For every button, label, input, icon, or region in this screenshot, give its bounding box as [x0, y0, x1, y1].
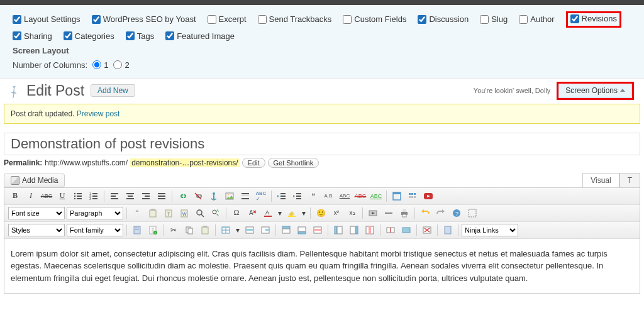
columns-1[interactable]: 1	[92, 60, 108, 70]
cite-button[interactable]	[130, 224, 144, 236]
hr-button[interactable]	[382, 207, 396, 219]
special-char-button[interactable]: Ω	[230, 207, 243, 219]
visual-tab[interactable]: Visual	[582, 173, 619, 187]
abbr-button[interactable]: A.B.	[322, 190, 336, 202]
delete-col-button[interactable]	[363, 224, 377, 236]
bold-button[interactable]: B	[8, 190, 22, 202]
styles-select[interactable]: Styles	[8, 224, 65, 236]
link-button[interactable]	[175, 190, 189, 202]
text-color-picker-button[interactable]: ▾	[277, 207, 283, 219]
code-button[interactable]	[441, 224, 455, 236]
strike-button[interactable]: ABC	[40, 190, 53, 202]
svg-rect-68	[135, 228, 139, 228]
ninja-links-select[interactable]: Ninja Links	[462, 224, 518, 236]
table-menu-button[interactable]: ▾	[235, 224, 241, 236]
sub-button[interactable]: x₂	[345, 207, 359, 219]
kitchen-sink-button[interactable]	[406, 190, 419, 202]
chk-layout-settings[interactable]: Layout Settings	[13, 14, 80, 24]
edit-permalink-button[interactable]: Edit	[242, 158, 265, 168]
print-button[interactable]	[397, 207, 411, 219]
quote-button[interactable]: “	[130, 207, 144, 219]
bullet-list-button[interactable]	[71, 190, 85, 202]
align-justify-button[interactable]	[155, 190, 169, 202]
blockquote-button[interactable]: ❝	[306, 190, 320, 202]
anchor-button[interactable]	[207, 190, 221, 202]
paragraph-select[interactable]: Paragraph	[67, 207, 123, 219]
table-button[interactable]	[219, 224, 233, 236]
indent-button[interactable]	[291, 190, 304, 202]
insert-row-after-button[interactable]	[295, 224, 309, 236]
merge-cell-button[interactable]	[399, 224, 413, 236]
numbered-list-button[interactable]: 123	[87, 190, 101, 202]
italic-button[interactable]: I	[24, 190, 38, 202]
editor-content[interactable]: Lorem ipsum dolor sit amet, consectetur …	[4, 239, 640, 294]
help-button[interactable]: ?	[450, 207, 464, 219]
delete-table-button[interactable]	[420, 224, 434, 236]
chk-featured-image[interactable]: Featured Image	[165, 31, 235, 41]
find-button[interactable]	[193, 207, 207, 219]
text-tab[interactable]: T	[619, 173, 640, 187]
chk-excerpt[interactable]: Excerpt	[208, 14, 247, 24]
copy-button[interactable]	[182, 224, 196, 236]
font-family-select[interactable]: Font family	[67, 224, 123, 236]
preview-post-link[interactable]: Preview post	[77, 109, 120, 118]
svg-rect-38	[409, 193, 411, 195]
columns-2[interactable]: 2	[113, 60, 129, 70]
chk-tags[interactable]: Tags	[126, 31, 154, 41]
ins-button[interactable]: ABC	[369, 190, 383, 202]
media-button[interactable]	[366, 207, 380, 219]
acronym-button[interactable]: ABC	[338, 190, 352, 202]
paste-text-button[interactable]: T	[162, 207, 175, 219]
paste-word-button[interactable]: W	[177, 207, 191, 219]
more-button[interactable]	[238, 190, 252, 202]
chk-revisions[interactable]: Revisions	[570, 14, 617, 23]
bg-color-picker-button[interactable]: ▾	[301, 207, 307, 219]
emoticon-button[interactable]: 🙂	[314, 207, 328, 219]
permalink-slug[interactable]: demonstration-…post-revisions/	[130, 158, 239, 167]
cell-props-button[interactable]	[258, 224, 272, 236]
chk-author[interactable]: Author	[519, 14, 554, 24]
row-props-button[interactable]	[243, 224, 257, 236]
chk-categories[interactable]: Categories	[64, 31, 114, 41]
align-left-button[interactable]	[108, 190, 121, 202]
post-title-input[interactable]	[4, 133, 640, 155]
get-shortlink-button[interactable]: Get Shortlink	[268, 158, 319, 168]
chk-slug[interactable]: Slug	[480, 14, 508, 24]
undo-button[interactable]	[418, 207, 432, 219]
chk-send-trackbacks[interactable]: Send Trackbacks	[258, 14, 332, 24]
cut-button[interactable]: ✂	[167, 224, 180, 236]
fullscreen-button[interactable]	[390, 190, 404, 202]
underline-button[interactable]: U	[55, 190, 69, 202]
chk-discussion[interactable]: Discussion	[418, 14, 469, 24]
new-doc-button[interactable]: +	[146, 224, 160, 236]
visual-aid-button[interactable]	[465, 207, 479, 219]
image-button[interactable]	[223, 190, 236, 202]
replace-button[interactable]: A	[209, 207, 223, 219]
abc-spellcheck-button[interactable]: ABC✓	[254, 190, 268, 202]
unlink-button[interactable]	[191, 190, 205, 202]
split-cell-button[interactable]	[384, 224, 397, 236]
youtube-button[interactable]	[421, 190, 435, 202]
sup-button[interactable]: x²	[330, 207, 343, 219]
text-color-button[interactable]: A	[261, 207, 275, 219]
screen-options-tab[interactable]: Screen Options	[558, 84, 632, 98]
chk-sharing[interactable]: Sharing	[13, 31, 52, 41]
remove-format-button[interactable]: A	[245, 207, 259, 219]
chk-wordpress-seo[interactable]: WordPress SEO by Yoast	[92, 14, 196, 24]
outdent-button[interactable]	[275, 190, 289, 202]
add-new-button[interactable]: Add New	[91, 84, 135, 97]
align-right-button[interactable]	[139, 190, 153, 202]
chk-custom-fields[interactable]: Custom Fields	[343, 14, 406, 24]
bg-color-button[interactable]	[285, 207, 299, 219]
redo-button[interactable]	[434, 207, 448, 219]
delete-row-button[interactable]	[311, 224, 325, 236]
insert-col-after-button[interactable]	[347, 224, 361, 236]
paste-button[interactable]	[146, 207, 160, 219]
del-button[interactable]: ABC	[353, 190, 367, 202]
insert-row-before-button[interactable]	[279, 224, 293, 236]
insert-col-before-button[interactable]	[331, 224, 345, 236]
paste2-button[interactable]	[198, 224, 212, 236]
add-media-button[interactable]: Add Media	[4, 174, 65, 187]
align-center-button[interactable]	[123, 190, 137, 202]
font-size-select[interactable]: Font size	[8, 207, 65, 219]
